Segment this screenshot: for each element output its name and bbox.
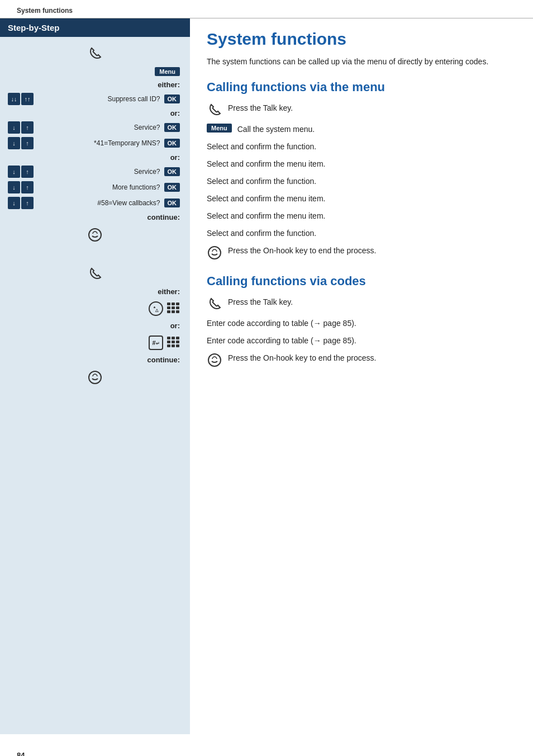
svg-rect-9 <box>176 310 179 313</box>
keypad-icon-1 <box>166 302 180 315</box>
svg-rect-13 <box>167 341 170 343</box>
ok-service-1[interactable]: OK <box>164 123 180 132</box>
instr-suppress: Select and confirm the function. <box>207 141 516 153</box>
instr-text-more: Select and confirm the menu item. <box>207 210 516 222</box>
arrow-down-service-2[interactable]: ↓ <box>8 166 20 178</box>
star-key-icon: *△ <box>149 301 163 316</box>
instr-text-menu: Call the system menu. <box>237 124 516 135</box>
main-intro: The system functions can be called up vi… <box>207 56 516 68</box>
ok-suppress[interactable]: OK <box>164 94 180 103</box>
sidebar-onhook-2 <box>6 366 184 389</box>
svg-rect-17 <box>172 344 175 347</box>
section-title-codes: Calling functions via codes <box>207 274 516 289</box>
hash-key-icon: #↵ <box>149 336 163 350</box>
instr-text-mns: Select and confirm the function. <box>207 176 516 187</box>
svg-rect-12 <box>176 337 179 339</box>
svg-rect-18 <box>176 344 179 347</box>
nav-arrows-callbacks[interactable]: ↓ ↑ <box>8 197 34 209</box>
svg-rect-2 <box>172 303 175 305</box>
instr-text-talk-1: Press the Talk key. <box>228 102 516 114</box>
arrow-up-service-1[interactable]: ↑ <box>21 121 34 134</box>
page-header: System functions <box>0 0 533 18</box>
instr-mns: Select and confirm the function. <box>207 176 516 187</box>
nav-arrows-suppress[interactable]: ↓ ↑ <box>8 93 34 105</box>
ok-callbacks[interactable]: OK <box>164 199 180 207</box>
onhook-icon-1 <box>87 227 103 243</box>
instr-text-service-1: Select and confirm the menu item. <box>207 158 516 170</box>
sidebar-service-row-2: ↓ ↑ Service? OK <box>6 164 184 179</box>
talk-icon-1 <box>87 46 103 62</box>
section-title-menu: Calling functions via the menu <box>207 80 516 94</box>
ok-more[interactable]: OK <box>164 183 180 192</box>
nav-arrows-service-2[interactable]: ↓ ↑ <box>8 166 34 178</box>
svg-point-21 <box>208 354 221 366</box>
arrow-down-callbacks[interactable]: ↓ <box>8 197 20 209</box>
arrow-up-callbacks[interactable]: ↑ <box>21 197 34 209</box>
main-content: System functions The system functions ca… <box>190 18 533 734</box>
instr-service-2: Select and confirm the menu item. <box>207 193 516 205</box>
instr-talk-1: Press the Talk key. <box>207 102 516 118</box>
svg-rect-4 <box>167 306 170 309</box>
instr-text-onhook-1: Press the On-hook key to end the process… <box>228 245 516 257</box>
sidebar-continue-2: continue: <box>6 353 184 366</box>
instr-text-talk-2: Press the Talk key. <box>228 296 516 308</box>
sidebar-or-1: or: <box>6 107 184 120</box>
onhook-icon-2 <box>87 370 103 385</box>
instr-text-callbacks: Select and confirm the function. <box>207 228 516 239</box>
nav-arrows-more[interactable]: ↓ ↑ <box>8 181 34 193</box>
instr-onhook-1: Press the On-hook key to end the process… <box>207 245 516 261</box>
arrow-up-more[interactable]: ↑ <box>21 181 34 193</box>
service-label-2: Service? <box>36 168 162 176</box>
sidebar-mns-row: ↓ ↑ *41=Temporary MNS? OK <box>6 135 184 151</box>
instr-text-hash-code: Enter code according to table (→ page 85… <box>207 335 516 347</box>
arrow-down-more[interactable]: ↓ <box>8 181 20 193</box>
instr-onhook-icon-2 <box>207 352 222 368</box>
nav-arrows-service-1[interactable]: ↓ ↑ <box>8 121 34 134</box>
arrow-down-suppress[interactable]: ↓ <box>8 93 20 105</box>
svg-rect-15 <box>176 341 179 343</box>
header-title: System functions <box>17 7 73 15</box>
mns-label: *41=Temporary MNS? <box>36 139 162 147</box>
instr-talk-icon-1 <box>207 102 222 118</box>
menu-button[interactable]: Menu <box>155 67 180 76</box>
svg-point-20 <box>208 247 221 259</box>
arrow-up-mns[interactable]: ↑ <box>21 137 34 149</box>
svg-rect-3 <box>176 303 179 305</box>
page-number: 84 <box>0 734 533 756</box>
sidebar-either-1: either: <box>6 78 184 91</box>
instr-service-1: Select and confirm the menu item. <box>207 158 516 170</box>
sidebar-hash-keypad: #↵ <box>6 332 184 353</box>
instr-onhook-icon-1 <box>207 245 222 261</box>
sidebar-more-row: ↓ ↑ More functions? OK <box>6 179 184 195</box>
svg-rect-10 <box>167 337 170 339</box>
svg-point-0 <box>89 229 101 241</box>
instr-talk-icon-2 <box>207 296 222 312</box>
svg-rect-7 <box>167 310 170 313</box>
sidebar-talk-icon-2 <box>6 263 184 285</box>
instr-talk-2: Press the Talk key. <box>207 296 516 312</box>
ok-mns[interactable]: OK <box>164 139 180 148</box>
svg-rect-14 <box>172 341 175 343</box>
instr-star-code: Enter code according to table (→ page 85… <box>207 318 516 329</box>
svg-rect-5 <box>172 306 175 309</box>
sidebar-talk-icon-1 <box>6 42 184 65</box>
instr-text-star-code: Enter code according to table (→ page 85… <box>207 318 516 329</box>
ok-service-2[interactable]: OK <box>164 167 180 176</box>
sidebar: Step-by-Step Menu either: ↓ ↑ <box>0 18 190 734</box>
arrow-down-mns[interactable]: ↓ <box>8 137 20 149</box>
sidebar-onhook-1 <box>6 224 184 246</box>
svg-point-19 <box>89 371 101 384</box>
arrow-down-service-1[interactable]: ↓ <box>8 121 20 134</box>
instr-callbacks: Select and confirm the function. <box>207 228 516 239</box>
nav-arrows-mns[interactable]: ↓ ↑ <box>8 137 34 149</box>
instr-text-service-2: Select and confirm the menu item. <box>207 193 516 205</box>
sidebar-menu-row: Menu <box>6 65 184 78</box>
svg-rect-8 <box>172 310 175 313</box>
arrow-up-service-2[interactable]: ↑ <box>21 166 34 178</box>
arrow-up-suppress[interactable]: ↑ <box>21 93 34 105</box>
callbacks-label: #58=View callbacks? <box>36 199 162 207</box>
instr-onhook-2: Press the On-hook key to end the process… <box>207 352 516 368</box>
sidebar-header: Step-by-Step <box>0 18 190 37</box>
svg-rect-1 <box>167 303 170 305</box>
sidebar-continue-1: continue: <box>6 211 184 224</box>
